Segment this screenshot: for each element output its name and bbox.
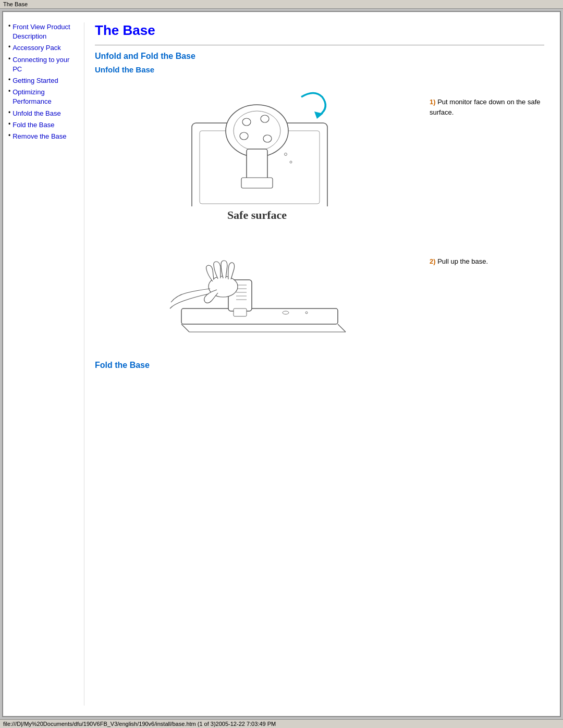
bullet: • (8, 55, 10, 74)
step2-text: 2) Pull up the base. (430, 241, 544, 267)
sidebar-item-accessory: • Accessory Pack (8, 43, 79, 53)
step1-paragraph: 1) Put monitor face down on the safe sur… (430, 97, 544, 117)
page-title: The Base (95, 22, 544, 39)
bullet: • (8, 120, 10, 130)
status-bar-text: file:///D|/My%20Documents/dfu/190V6FB_V3… (3, 721, 276, 727)
svg-point-4 (234, 111, 280, 151)
svg-rect-15 (181, 309, 338, 324)
svg-point-8 (263, 135, 272, 142)
svg-point-5 (242, 118, 251, 126)
sidebar-link-unfold[interactable]: Unfold the Base (13, 109, 61, 118)
sidebar: • Front View Product Description • Acces… (8, 22, 84, 706)
sidebar-link-accessory[interactable]: Accessory Pack (13, 43, 60, 53)
monitor-illustration-area: Safe surface (95, 81, 419, 230)
svg-line-16 (181, 324, 189, 332)
step1-text: 1) Put monitor face down on the safe sur… (430, 81, 544, 117)
title-bar: The Base (0, 0, 563, 9)
page-layout: • Front View Product Description • Acces… (3, 12, 560, 716)
sidebar-nav: • Front View Product Description • Acces… (8, 22, 79, 141)
step2-number: 2) (430, 257, 436, 265)
step1-block: Safe surface 1) Put monitor face down on… (95, 81, 544, 230)
sidebar-item-unfold: • Unfold the Base (8, 109, 79, 118)
sidebar-item-performance: • Optimizing Performance (8, 88, 79, 106)
title-bar-text: The Base (3, 1, 28, 7)
svg-point-6 (261, 115, 269, 122)
svg-line-17 (338, 324, 346, 332)
sidebar-item-fold: • Fold the Base (8, 120, 79, 130)
svg-rect-20 (234, 309, 247, 316)
monitor-illustration (161, 81, 353, 206)
curved-arrow-icon (301, 93, 325, 119)
base-pull-illustration (161, 241, 353, 350)
sidebar-item-connecting: • Connecting to your PC (8, 55, 79, 74)
sidebar-link-started[interactable]: Getting Started (13, 76, 58, 85)
bullet: • (8, 43, 10, 53)
section-heading: Unfold and Fold the Base (95, 52, 544, 61)
browser-window: • Front View Product Description • Acces… (2, 11, 561, 717)
svg-rect-10 (241, 178, 273, 188)
sidebar-link-connecting[interactable]: Connecting to your PC (13, 55, 79, 74)
status-bar: file:///D|/My%20Documents/dfu/190V6FB_V3… (0, 719, 563, 728)
main-content: The Base Unfold and Fold the Base Unfold… (84, 22, 555, 706)
sub-heading: Unfold the Base (95, 65, 544, 74)
step1-number: 1) (430, 98, 436, 106)
bullet: • (8, 132, 10, 141)
sidebar-item-started: • Getting Started (8, 76, 79, 85)
fold-heading: Fold the Base (95, 361, 544, 370)
sidebar-link-remove[interactable]: Remove the Base (13, 132, 66, 141)
divider (95, 45, 544, 45)
sidebar-link-performance[interactable]: Optimizing Performance (13, 88, 79, 106)
step2-block: 2) Pull up the base. (95, 241, 544, 350)
safe-surface-label: Safe surface (227, 208, 287, 222)
base-pull-illustration-area (95, 241, 419, 350)
step2-paragraph: 2) Pull up the base. (430, 256, 544, 267)
bullet: • (8, 109, 10, 118)
svg-rect-9 (247, 149, 267, 180)
sidebar-item-front-view: • Front View Product Description (8, 22, 79, 41)
bullet: • (8, 88, 10, 106)
step2-description: Pull up the base. (437, 257, 488, 265)
sidebar-item-remove: • Remove the Base (8, 132, 79, 141)
step1-description: Put monitor face down on the safe surfac… (430, 98, 540, 116)
svg-point-7 (240, 132, 248, 140)
sidebar-link-fold[interactable]: Fold the Base (13, 120, 54, 130)
bullet: • (8, 76, 10, 85)
sidebar-link-front-view[interactable]: Front View Product Description (13, 22, 79, 41)
bullet: • (8, 22, 10, 41)
